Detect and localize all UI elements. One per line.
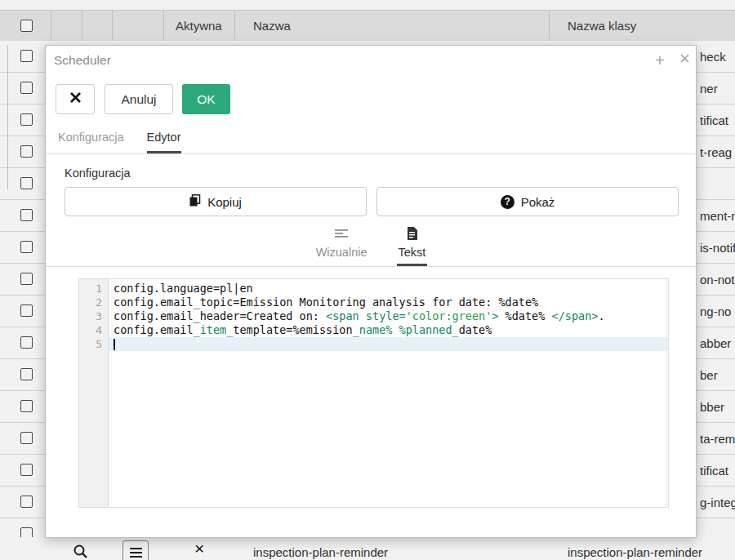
editor-code[interactable]: config.language=pl|enconfig.email_topic=… (109, 279, 668, 507)
code-segment (359, 309, 366, 322)
dialog-title: Scheduler (54, 53, 111, 68)
code-line[interactable]: config.email_header=Created on: <span st… (109, 309, 668, 323)
code-segment: config.email (114, 323, 194, 336)
editor-gutter: 12345 (79, 279, 109, 507)
question-icon: ? (501, 195, 514, 209)
code-segment: _item_ (194, 323, 234, 336)
section-label: Konfiguracja (65, 167, 131, 180)
close-icon[interactable]: × (679, 50, 690, 68)
code-segment: config.language=pl|en (114, 282, 253, 295)
tab-wizualnie[interactable]: Wizualnie (314, 229, 369, 266)
scheduler-dialog: Scheduler + × Anuluj OK Konfiguracja Edy… (45, 45, 697, 538)
line-number: 4 (79, 323, 108, 337)
cancel-button[interactable]: Anuluj (105, 84, 173, 114)
main-tabs: Konfiguracja Edytor (46, 123, 696, 154)
screen: Aktywna Nazwa Nazwa klasy hecknertificat… (0, 0, 735, 560)
add-icon[interactable]: + (655, 52, 665, 69)
tab-konfiguracja[interactable]: Konfiguracja (58, 123, 124, 153)
tab-tekst[interactable]: Tekst (397, 229, 428, 266)
show-button-label: Pokaż (521, 195, 555, 209)
visual-mode-icon (334, 229, 349, 242)
code-segment: config.email_header=Created on: (114, 309, 326, 322)
visual-tab-label: Wizualnie (316, 246, 368, 259)
code-line[interactable]: config.email_topic=Emission Monitoring a… (109, 296, 668, 309)
code-segment: </span> (552, 309, 599, 322)
line-number: 2 (79, 296, 108, 309)
tab-edytor[interactable]: Edytor (147, 123, 181, 153)
copy-icon (189, 194, 201, 209)
code-segment: config.email_topic=Emission Monitoring a… (114, 296, 538, 309)
code-segment: 'color:green' (406, 309, 492, 322)
code-line[interactable] (109, 337, 668, 351)
copy-button-label: Kopiuj (207, 195, 242, 209)
code-segment: style= (366, 309, 406, 322)
code-segment: template=%emission (233, 323, 352, 336)
line-number: 3 (79, 309, 108, 323)
code-segment: %date% (498, 309, 551, 322)
line-number: 5 (79, 337, 108, 351)
text-mode-icon (407, 227, 417, 242)
text-cursor (114, 339, 115, 350)
print-margin-ruler (666, 279, 666, 507)
x-icon (69, 91, 82, 107)
code-segment: . (598, 309, 604, 322)
code-segment: date% (459, 323, 492, 336)
show-button[interactable]: ? Pokaż (376, 187, 679, 216)
code-segment: _name% %planned_ (353, 323, 459, 336)
code-line[interactable]: config.language=pl|en (109, 282, 668, 296)
copy-button[interactable]: Kopiuj (65, 187, 367, 216)
line-number: 1 (79, 282, 108, 296)
text-tab-label: Tekst (399, 246, 426, 259)
code-segment: <span (326, 309, 359, 322)
ok-button[interactable]: OK (182, 84, 230, 114)
code-editor[interactable]: 12345 config.language=pl|enconfig.email_… (78, 278, 669, 508)
editor-mode-tabs: Wizualnie Tekst (46, 229, 696, 267)
code-line[interactable]: config.email_item_template=%emission_nam… (109, 323, 668, 337)
close-x-button[interactable] (56, 84, 95, 114)
